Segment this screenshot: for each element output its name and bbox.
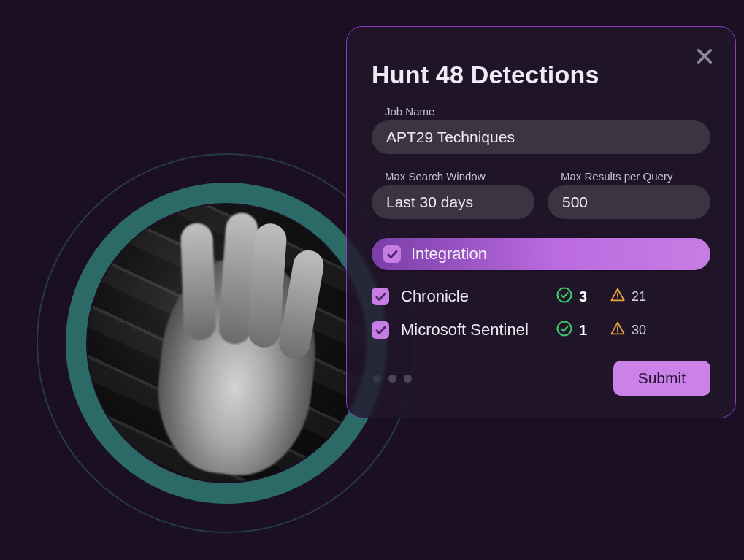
- svg-point-2: [558, 288, 572, 302]
- page-dot[interactable]: [404, 375, 412, 383]
- hunt-detections-modal: Hunt 48 Detections Job Name Max Search W…: [346, 26, 736, 418]
- max-window-field: Max Search Window: [372, 170, 534, 219]
- check-icon: [374, 323, 387, 337]
- success-icon: [556, 286, 573, 307]
- pagination-dots: [372, 375, 412, 383]
- modal-title: Hunt 48 Detections: [372, 61, 599, 89]
- check-icon: [386, 248, 399, 261]
- max-window-input[interactable]: [372, 185, 534, 219]
- svg-point-7: [617, 331, 618, 333]
- close-button[interactable]: [694, 46, 715, 69]
- warn-count: 21: [632, 289, 646, 304]
- integration-list: Chronicle 3 21: [372, 286, 710, 340]
- page-dot[interactable]: [373, 375, 381, 383]
- job-name-label: Job Name: [372, 105, 710, 118]
- integration-name: Microsoft Sentinel: [401, 321, 544, 340]
- success-stat: 1: [556, 320, 598, 340]
- integration-row: Chronicle 3 21: [372, 286, 710, 307]
- integration-name: Chronicle: [401, 287, 544, 306]
- close-icon: [694, 46, 715, 66]
- submit-button[interactable]: Submit: [613, 361, 710, 396]
- warn-stat: 21: [610, 287, 646, 306]
- warning-icon: [610, 287, 626, 306]
- integration-header[interactable]: Integration: [372, 238, 710, 270]
- success-count: 1: [579, 322, 587, 339]
- integration-label: Integration: [411, 245, 487, 264]
- integration-checkbox[interactable]: [372, 288, 389, 305]
- warning-icon: [610, 321, 626, 340]
- svg-point-4: [617, 298, 618, 299]
- svg-point-5: [558, 322, 572, 336]
- max-window-label: Max Search Window: [372, 170, 534, 183]
- job-name-input[interactable]: [372, 120, 710, 154]
- integration-row: Microsoft Sentinel 1: [372, 320, 710, 340]
- max-results-field: Max Results per Query: [548, 170, 710, 219]
- success-stat: 3: [556, 286, 598, 307]
- integration-master-checkbox[interactable]: [383, 245, 401, 263]
- success-icon: [556, 320, 573, 340]
- success-count: 3: [579, 288, 587, 305]
- check-icon: [374, 290, 387, 303]
- max-results-label: Max Results per Query: [548, 170, 710, 183]
- max-results-input[interactable]: [548, 185, 710, 219]
- warn-count: 30: [632, 323, 646, 338]
- page-dot[interactable]: [388, 375, 396, 383]
- warn-stat: 30: [610, 321, 646, 340]
- job-name-field: Job Name: [372, 105, 710, 154]
- integration-checkbox[interactable]: [372, 321, 389, 339]
